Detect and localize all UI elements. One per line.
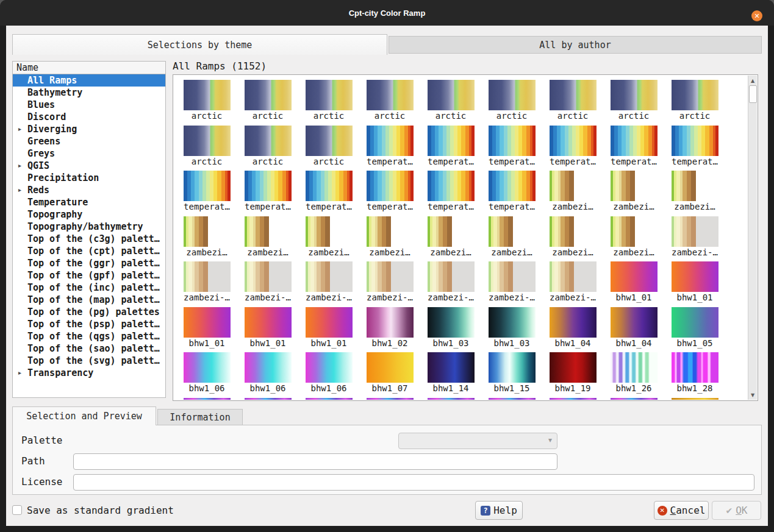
expander-icon[interactable]: ▸ xyxy=(18,123,21,135)
ramps-scrollbar[interactable]: ▲ ▼ xyxy=(748,76,757,400)
ramp-item[interactable]: bhw1_06 xyxy=(298,352,359,398)
ramp-item[interactable]: temperat… xyxy=(298,171,359,216)
theme-list-header[interactable]: Name xyxy=(12,61,166,74)
ramp-item-partial[interactable] xyxy=(237,398,298,400)
ramp-item[interactable]: zambezi… xyxy=(420,216,481,262)
ramp-item[interactable]: temperat… xyxy=(481,171,542,216)
expander-icon[interactable]: ▸ xyxy=(18,184,21,196)
ramp-item[interactable]: arctic xyxy=(298,126,359,171)
ramp-item[interactable]: arctic xyxy=(664,80,725,126)
ramp-item[interactable]: zambezi-… xyxy=(359,261,420,307)
ramp-item[interactable]: arctic xyxy=(481,80,542,126)
ramp-item[interactable]: bhw1_01 xyxy=(298,307,359,353)
ramp-item-partial[interactable] xyxy=(176,398,237,400)
sidebar-item-bathymetry[interactable]: Bathymetry xyxy=(13,87,165,99)
ramp-item[interactable]: bhw1_14 xyxy=(420,352,481,398)
ramp-item[interactable]: bhw1_06 xyxy=(176,352,237,398)
ramp-item[interactable]: temperat… xyxy=(237,171,298,216)
ramp-item[interactable]: bhw1_01 xyxy=(237,307,298,353)
sidebar-item-top-of-the-cpt-palett[interactable]: Top of the (cpt) palett… xyxy=(13,245,165,257)
sidebar-item-reds[interactable]: ▸Reds xyxy=(13,184,165,196)
titlebar[interactable]: Cpt-city Color Ramp ✕ xyxy=(0,0,774,26)
ramp-item[interactable]: temperat… xyxy=(481,126,542,171)
ramp-item[interactable]: bhw1_28 xyxy=(664,352,725,398)
sidebar-item-topography[interactable]: Topography xyxy=(13,208,165,221)
ramp-item[interactable]: zambezi… xyxy=(542,216,603,262)
ramp-item[interactable]: bhw1_06 xyxy=(237,352,298,398)
ramp-item[interactable]: zambezi… xyxy=(359,216,420,262)
ramp-item[interactable]: arctic xyxy=(542,80,603,126)
ramp-item-partial[interactable] xyxy=(664,398,725,400)
sidebar-item-qgis[interactable]: ▸QGIS xyxy=(13,160,165,172)
ramp-item[interactable]: arctic xyxy=(298,80,359,126)
ramp-item[interactable]: bhw1_07 xyxy=(359,352,420,398)
sidebar-item-top-of-the-ggr-palett[interactable]: Top of the (ggr) palett… xyxy=(13,257,165,269)
scroll-up-icon[interactable]: ▲ xyxy=(748,76,757,85)
sidebar-item-discord[interactable]: Discord xyxy=(13,111,165,123)
sidebar-item-top-of-the-sao-palett[interactable]: Top of the (sao) palett… xyxy=(13,342,165,355)
sidebar-item-top-of-the-inc-palett[interactable]: Top of the (inc) palett… xyxy=(13,282,165,294)
ramp-item[interactable]: zambezi-… xyxy=(420,261,481,307)
ramp-item[interactable]: bhw1_03 xyxy=(420,307,481,353)
ramp-item[interactable]: bhw1_26 xyxy=(603,352,664,398)
ramp-item[interactable]: bhw1_01 xyxy=(176,307,237,353)
expander-icon[interactable]: ▸ xyxy=(18,367,21,379)
ramp-item[interactable]: arctic xyxy=(237,126,298,171)
sidebar-item-diverging[interactable]: ▸Diverging xyxy=(13,123,165,135)
ramp-item[interactable]: arctic xyxy=(359,80,420,126)
ramp-item[interactable]: temperat… xyxy=(603,126,664,171)
ramp-item[interactable]: arctic xyxy=(176,126,237,171)
sidebar-item-greys[interactable]: Greys xyxy=(13,147,165,160)
save-as-standard-gradient-label[interactable]: Save as standard gradient xyxy=(27,505,174,516)
sidebar-item-all-ramps[interactable]: All Ramps xyxy=(13,74,165,87)
ramp-item[interactable]: arctic xyxy=(603,80,664,126)
ramp-item[interactable]: zambezi-… xyxy=(664,216,725,262)
ramp-item[interactable]: bhw1_02 xyxy=(359,307,420,353)
save-as-standard-gradient-checkbox[interactable] xyxy=(12,505,22,515)
sidebar-item-blues[interactable]: Blues xyxy=(13,99,165,111)
license-input[interactable] xyxy=(73,474,754,491)
sidebar-item-top-of-the-pg-palettes[interactable]: Top of the (pg) palettes xyxy=(13,306,165,318)
ramp-item[interactable]: arctic xyxy=(176,80,237,126)
ramp-item[interactable]: bhw1_19 xyxy=(542,352,603,398)
ramp-item[interactable]: temperat… xyxy=(359,171,420,216)
sidebar-item-top-of-the-qgs-palett[interactable]: Top of the (qgs) palett… xyxy=(13,330,165,342)
ramp-item[interactable]: zambezi… xyxy=(237,216,298,262)
ok-button[interactable]: ✔ OK xyxy=(712,501,761,520)
sidebar-item-greens[interactable]: Greens xyxy=(13,135,165,147)
ramp-item[interactable]: arctic xyxy=(420,80,481,126)
scroll-down-icon[interactable]: ▼ xyxy=(748,390,757,400)
ramp-item-partial[interactable] xyxy=(359,398,420,400)
ramp-item[interactable]: zambezi… xyxy=(664,171,725,216)
sidebar-item-top-of-the-c3g-palett[interactable]: Top of the (c3g) palett… xyxy=(13,233,165,245)
ramp-item[interactable]: zambezi-… xyxy=(298,261,359,307)
ramp-item[interactable]: bhw1_04 xyxy=(603,307,664,353)
sidebar-item-precipitation[interactable]: Precipitation xyxy=(13,172,165,184)
ramp-item[interactable]: zambezi… xyxy=(603,171,664,216)
sidebar-item-top-of-the-svg-palett[interactable]: Top of the (svg) palett… xyxy=(13,355,165,367)
ramp-item[interactable]: zambezi-… xyxy=(481,261,542,307)
sidebar-item-temperature[interactable]: Temperature xyxy=(13,196,165,208)
cancel-button[interactable]: ✕ Cancel xyxy=(654,501,709,520)
tab-information[interactable]: Information xyxy=(157,409,243,425)
tab-all-by-author[interactable]: All by author xyxy=(389,36,762,54)
ramp-item[interactable]: zambezi… xyxy=(298,216,359,262)
ramp-item[interactable]: bhw1_05 xyxy=(664,307,725,353)
ramp-item-partial[interactable] xyxy=(542,398,603,400)
ramp-item-partial[interactable] xyxy=(481,398,542,400)
ramp-item[interactable]: zambezi-… xyxy=(542,261,603,307)
sidebar-item-topography-bathymetry[interactable]: Topography/bathymetry xyxy=(13,221,165,233)
ramp-item-partial[interactable] xyxy=(298,398,359,400)
palette-select[interactable]: ▾ xyxy=(398,433,557,449)
ramp-item[interactable]: zambezi… xyxy=(176,216,237,262)
ramp-item-partial[interactable] xyxy=(603,398,664,400)
ramp-item[interactable]: temperat… xyxy=(542,126,603,171)
path-input[interactable] xyxy=(73,453,557,470)
ramp-item[interactable]: zambezi… xyxy=(542,171,603,216)
tab-selection-and-preview[interactable]: Selection and Preview xyxy=(12,406,156,425)
ramp-item[interactable]: zambezi-… xyxy=(176,261,237,307)
sidebar-item-transparency[interactable]: ▸Transparency xyxy=(13,367,165,379)
ramp-item[interactable]: bhw1_03 xyxy=(481,307,542,353)
ramp-item[interactable]: temperat… xyxy=(176,171,237,216)
sidebar-item-top-of-the-psp-palett[interactable]: Top of the (psp) palett… xyxy=(13,318,165,330)
